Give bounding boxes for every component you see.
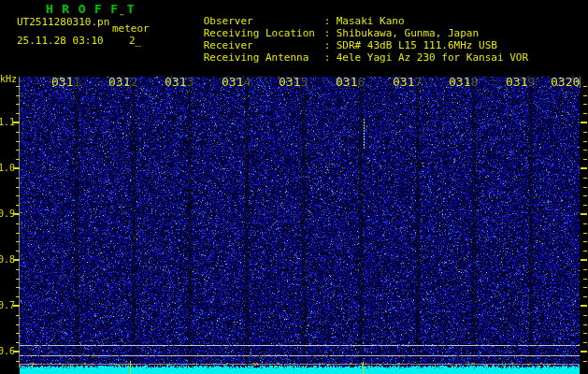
info-colon: : xyxy=(324,15,337,27)
datetime-label: 25.11.28 03:10 xyxy=(17,36,104,46)
info-colon: : xyxy=(324,51,337,64)
info-colon: : xyxy=(324,39,337,51)
time-label: 0319 xyxy=(506,78,535,87)
freq-tick-label: 0.7 xyxy=(0,300,15,310)
info-row-observer: Observer:Masaki Kano xyxy=(166,3,528,15)
info-colon: : xyxy=(324,27,337,39)
time-label: 0315 xyxy=(279,78,308,87)
echo-counter: 2_ xyxy=(129,36,141,46)
time-label: 0320 xyxy=(551,78,580,87)
time-label: 0314 xyxy=(222,78,251,87)
time-label: 0318 xyxy=(449,78,478,87)
info-value: Masaki Kano xyxy=(337,15,405,27)
mode-label: meteor xyxy=(112,23,150,34)
freq-tick-label: 0.6 xyxy=(0,346,15,356)
freq-tick-label: 1.1 xyxy=(0,117,15,127)
freq-tick-label: 0.9 xyxy=(0,209,15,219)
time-label: 0317 xyxy=(393,78,422,87)
info-label: Receiving Location xyxy=(204,27,324,39)
time-label: 0313 xyxy=(165,78,194,87)
time-label: 0316 xyxy=(336,78,365,87)
time-label: 0312 xyxy=(108,78,137,87)
spectrogram-canvas xyxy=(0,77,588,374)
freq-tick-label: 1.0 xyxy=(0,163,15,173)
freq-axis-unit: kHz xyxy=(0,75,17,84)
info-label: Receiver xyxy=(204,39,324,51)
app-title: HROFFT xyxy=(46,3,143,15)
hrofft-window: HROFFT UT2511280310.pn ¨ meteor 25.11.28… xyxy=(0,0,588,374)
info-value: 4ele Yagi Az 230 for Kansai VOR xyxy=(337,51,528,64)
info-value: Shibukawa, Gunma, Japan xyxy=(337,27,479,39)
info-label: Observer xyxy=(204,15,324,27)
info-value: SDR# 43dB L15 111.6MHz USB xyxy=(337,39,497,51)
freq-tick-label: 0.8 xyxy=(0,254,15,265)
time-label: 0311 xyxy=(51,78,80,87)
capture-filename: UT2511280310.pn xyxy=(17,17,109,27)
station-info: Observer:Masaki Kano Receiving Location:… xyxy=(166,3,528,51)
info-label: Receiving Antenna xyxy=(204,51,324,64)
